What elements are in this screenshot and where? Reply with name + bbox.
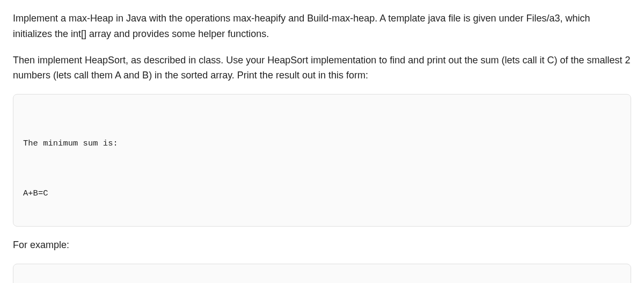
code-line: The minimum sum is:	[23, 135, 621, 152]
example-code-block: The minimum sum is: 0+2=2	[13, 264, 631, 283]
code-line: A+B=C	[23, 185, 621, 202]
instruction-paragraph-2: Then implement HeapSort, as described in…	[13, 53, 631, 84]
instruction-paragraph-1: Implement a max-Heap in Java with the op…	[13, 11, 631, 42]
example-label: For example:	[13, 237, 631, 253]
output-format-code-block: The minimum sum is: A+B=C	[13, 94, 631, 227]
